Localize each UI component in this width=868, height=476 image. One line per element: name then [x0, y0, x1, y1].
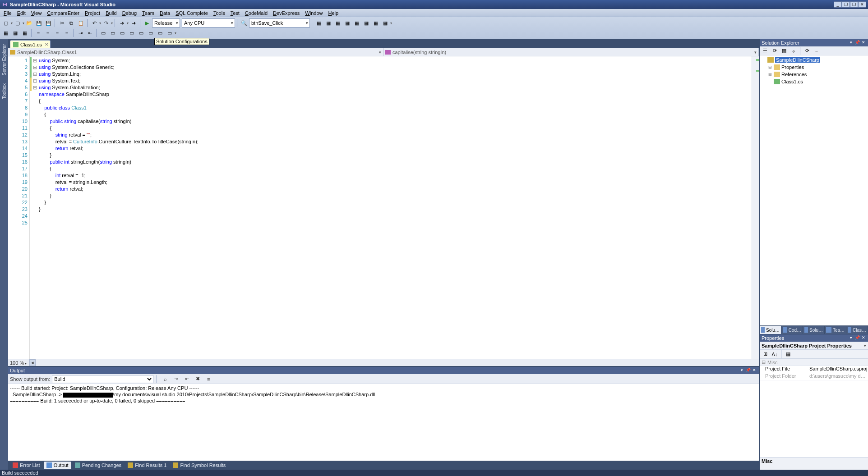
nav-fwd-button[interactable]: [129, 18, 138, 27]
prop-close-icon[interactable]: ✕: [861, 335, 866, 341]
properties-object-select[interactable]: SampleDllinCSharp Project Properties: [760, 342, 868, 350]
menu-help[interactable]: Help: [325, 10, 341, 16]
solution-config-select[interactable]: Release: [152, 18, 180, 27]
code-area[interactable]: using System;using System.Collections.Ge…: [38, 56, 752, 359]
hscroll-left[interactable]: ◂: [29, 359, 36, 366]
menu-data[interactable]: Data: [157, 10, 173, 16]
row2-btn-7[interactable]: ≡: [62, 28, 71, 37]
tb-icon-8[interactable]: ▦: [381, 18, 390, 27]
event-select[interactable]: btnSave_Click: [249, 18, 310, 27]
prop-menu-icon[interactable]: ▾: [848, 335, 854, 341]
member-select[interactable]: capitalise(string stringIn): [383, 48, 759, 56]
row2-btn-8[interactable]: ⇥: [76, 28, 85, 37]
se-collapse-button[interactable]: [812, 46, 821, 55]
code-editor[interactable]: 1234567891011121314151617181920212223242…: [8, 56, 759, 359]
row2-btn-10[interactable]: ▭: [99, 28, 108, 37]
right-tab-1[interactable]: Cod…: [781, 326, 803, 334]
tb-icon-7[interactable]: ▦: [371, 18, 380, 27]
prop-cat-button[interactable]: ⊞: [761, 350, 770, 359]
se-menu-icon[interactable]: ▾: [848, 40, 854, 46]
server-explorer-tab[interactable]: Server Explorer: [1, 41, 8, 78]
platform-select[interactable]: Any CPU: [182, 18, 235, 27]
tree-node-references[interactable]: ⊞References: [760, 71, 868, 78]
row2-btn-5[interactable]: ≡: [43, 28, 52, 37]
save-button[interactable]: [34, 18, 43, 27]
out-btn-1[interactable]: ⌕: [161, 375, 170, 384]
row2-btn-2[interactable]: ▦: [11, 28, 20, 37]
tree-node-sampledllincsharp[interactable]: SampleDllinCSharp: [760, 56, 868, 64]
solution-tree[interactable]: SampleDllinCSharp⊞Properties⊞ReferencesC…: [760, 55, 868, 325]
tb-icon-1[interactable]: ▦: [314, 18, 323, 27]
prop-row-project-folder[interactable]: Project Folderd:\users\gmasuco\my docume…: [760, 373, 868, 380]
prop-category[interactable]: ⊟Misc: [760, 359, 868, 366]
bottom-tab-output[interactable]: Output: [44, 462, 71, 469]
bottom-tab-error-list[interactable]: Error List: [10, 462, 43, 469]
open-button[interactable]: [25, 18, 34, 27]
right-tab-2[interactable]: Solu…: [803, 326, 825, 334]
cut-button[interactable]: [57, 18, 66, 27]
row2-btn-3[interactable]: ▦: [20, 28, 29, 37]
editor-scrollmap[interactable]: [752, 56, 759, 359]
menu-tools[interactable]: Tools: [211, 10, 228, 16]
menu-codemaid[interactable]: CodeMaid: [242, 10, 270, 16]
paste-button[interactable]: [76, 18, 85, 27]
find-button[interactable]: 🔍: [240, 18, 249, 27]
prop-row-project-file[interactable]: Project FileSampleDllinCSharp.csproj: [760, 366, 868, 373]
nav-back-button[interactable]: [117, 18, 126, 27]
menu-view[interactable]: View: [28, 10, 45, 16]
bottom-tab-pending-changes[interactable]: Pending Changes: [72, 462, 124, 469]
menu-sql-complete[interactable]: SQL Complete: [173, 10, 211, 16]
tree-node-properties[interactable]: ⊞Properties: [760, 64, 868, 71]
menu-test[interactable]: Test: [228, 10, 242, 16]
menu-build[interactable]: Build: [103, 10, 119, 16]
menu-window[interactable]: Window: [302, 10, 325, 16]
maximize-button[interactable]: ❐: [850, 1, 858, 8]
out-btn-5[interactable]: ≡: [204, 375, 213, 384]
menu-devexpress[interactable]: DevExpress: [270, 10, 302, 16]
prop-az-button[interactable]: A↓: [770, 350, 779, 359]
tb-icon-6[interactable]: ▦: [362, 18, 371, 27]
se-showall-button[interactable]: ▦: [780, 46, 789, 55]
row2-btn-1[interactable]: ▦: [1, 28, 10, 37]
se-sync-button[interactable]: ⟳: [803, 46, 812, 55]
bottom-tab-find-symbol-results[interactable]: Find Symbol Results: [170, 462, 228, 469]
menu-file[interactable]: File: [1, 10, 14, 16]
redo-button[interactable]: [102, 18, 111, 27]
class-select[interactable]: SampleDllinCSharp.Class1: [8, 48, 383, 56]
se-code-button[interactable]: ⟐: [789, 46, 798, 55]
se-close-icon[interactable]: ✕: [861, 40, 866, 46]
menu-compareenter[interactable]: CompareEnter: [44, 10, 82, 16]
tb-icon-3[interactable]: ▦: [333, 18, 342, 27]
prop-pin-icon[interactable]: 📌: [854, 335, 860, 341]
row2-btn-17[interactable]: ▭: [165, 28, 174, 37]
menu-team[interactable]: Team: [139, 10, 157, 16]
menu-edit[interactable]: Edit: [14, 10, 28, 16]
row2-btn-15[interactable]: ▭: [146, 28, 155, 37]
row2-btn-12[interactable]: ▭: [118, 28, 127, 37]
right-tab-4[interactable]: Clas…: [846, 326, 868, 334]
new-project-button[interactable]: [1, 18, 10, 27]
panel-menu-icon[interactable]: ▾: [739, 368, 744, 373]
row2-btn-6[interactable]: ≡: [53, 28, 62, 37]
row2-btn-13[interactable]: ▭: [127, 28, 136, 37]
row2-btn-16[interactable]: ▭: [156, 28, 165, 37]
minimize-button[interactable]: _: [834, 1, 842, 8]
out-btn-4[interactable]: ✖: [193, 375, 202, 384]
close-button[interactable]: ✕: [858, 1, 866, 8]
copy-button[interactable]: [67, 18, 76, 27]
menu-debug[interactable]: Debug: [120, 10, 139, 16]
tb-icon-2[interactable]: ▦: [324, 18, 333, 27]
zoom-select[interactable]: 100 %: [10, 360, 27, 366]
menu-project[interactable]: Project: [82, 10, 103, 16]
undo-button[interactable]: [90, 18, 99, 27]
tree-node-class1-cs[interactable]: Class1.cs: [760, 78, 868, 85]
start-debug-button[interactable]: [143, 18, 152, 27]
prop-pages-button[interactable]: ▦: [784, 350, 793, 359]
show-output-select[interactable]: Build: [52, 375, 153, 383]
panel-pin-icon[interactable]: 📌: [745, 368, 751, 373]
output-body[interactable]: ------ Build started: Project: SampleDll…: [8, 384, 759, 461]
file-tab-class1[interactable]: Class1.cs ✕: [10, 40, 51, 48]
right-tab-3[interactable]: Tea…: [825, 326, 846, 334]
se-properties-button[interactable]: [761, 46, 770, 55]
tb-icon-5[interactable]: ▦: [352, 18, 361, 27]
